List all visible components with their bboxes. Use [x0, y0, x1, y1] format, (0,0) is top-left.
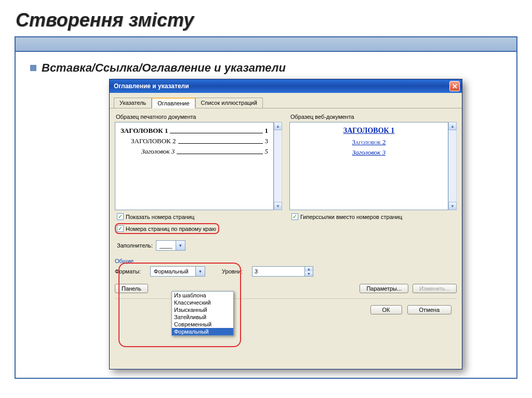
bullet-text: Вставка/Ссылка/Оглавление и указатели	[42, 61, 286, 75]
toc-print-h1: ЗАГОЛОВОК 1	[121, 127, 168, 135]
toc-print-h2-page: 3	[265, 137, 269, 145]
formats-dropdown-list[interactable]: Из шаблона Классический Изысканный Затей…	[171, 291, 234, 336]
format-option-ornate[interactable]: Затейливый	[172, 313, 233, 321]
modify-button: Изменить...	[413, 284, 457, 293]
general-label: Общие	[115, 258, 457, 264]
format-option-modern[interactable]: Современный	[172, 321, 233, 328]
chk-hyperlinks[interactable]: ✓	[291, 213, 298, 220]
print-preview: ЗАГОЛОВОК 1 1 ЗАГОЛОВОК 2 3 Заголовок 3	[115, 122, 274, 210]
toc-web-h3[interactable]: Заголовок 3	[352, 148, 385, 156]
formats-value: Формальный	[151, 268, 195, 275]
tab-index[interactable]: Указатель	[114, 98, 152, 108]
fill-dropdown-icon[interactable]: ▼	[176, 241, 185, 250]
print-scroll-up[interactable]: ▲	[274, 122, 282, 130]
formats-combo[interactable]: Формальный ▼	[150, 266, 205, 277]
toc-web-h1[interactable]: ЗАГОЛОВОК 1	[343, 127, 394, 134]
chk-show-pages[interactable]: ✓	[117, 213, 124, 220]
chk-right-align[interactable]: ✓	[117, 225, 124, 232]
bullet-row: Вставка/Ссылка/Оглавление и указатели	[30, 61, 516, 75]
format-option-formal[interactable]: Формальный	[172, 328, 233, 335]
format-option-fancy[interactable]: Изысканный	[172, 306, 233, 313]
toc-print-h2: ЗАГОЛОВОК 2	[131, 137, 176, 145]
levels-up-icon[interactable]: ▲	[304, 267, 313, 271]
cancel-button[interactable]: Отмена	[407, 305, 451, 314]
tab-toc[interactable]: Оглавление	[152, 98, 195, 108]
format-option-classic[interactable]: Классический	[172, 299, 233, 306]
tabstrip: Указатель Оглавление Список иллюстраций	[110, 93, 462, 108]
web-preview-label: Образец веб-документа	[290, 114, 457, 120]
slide-frame: Вставка/Ссылка/Оглавление и указатели Ог…	[15, 36, 517, 379]
slide-title: Створення змісту	[16, 9, 532, 31]
formats-label: Форматы:	[115, 268, 141, 275]
frame-topbar	[16, 37, 516, 52]
panel-button[interactable]: Панель	[115, 284, 148, 293]
formats-dropdown-icon[interactable]: ▼	[195, 267, 205, 276]
fill-combo[interactable]: ____ ▼	[156, 240, 185, 251]
dialog-title: Оглавление и указатели	[114, 83, 449, 90]
print-scroll-down[interactable]: ▼	[274, 202, 282, 210]
format-option-template[interactable]: Из шаблона	[172, 292, 233, 299]
toc-print-h3: Заголовок 3	[141, 147, 175, 156]
levels-label: Уровни:	[222, 268, 243, 275]
toc-dialog: Оглавление и указатели ✕ Указатель Оглав…	[109, 79, 462, 369]
toc-print-h3-page: 5	[265, 147, 269, 156]
levels-spinner[interactable]: 3 ▲ ▼	[252, 266, 313, 277]
fill-value: ____	[156, 242, 175, 249]
print-scroll-track[interactable]	[274, 130, 282, 202]
web-preview: ЗАГОЛОВОК 1 Заголовок 2 Заголовок 3	[289, 122, 448, 210]
bullet-icon	[30, 65, 36, 71]
web-scroll-up[interactable]: ▲	[448, 122, 457, 130]
toc-print-h1-page: 1	[265, 127, 269, 135]
params-button[interactable]: Параметры...	[360, 284, 408, 293]
close-button[interactable]: ✕	[449, 81, 460, 91]
chk-show-pages-label: Показать номера страниц	[126, 214, 194, 220]
fill-label: Заполнитель:	[117, 242, 153, 249]
chk-hyperlinks-label: Гиперссылки вместо номеров страниц	[300, 214, 402, 220]
web-scroll-track[interactable]	[448, 130, 457, 202]
levels-down-icon[interactable]: ▼	[304, 271, 313, 276]
levels-value: 3	[252, 267, 304, 276]
tab-illustrations[interactable]: Список иллюстраций	[195, 98, 263, 108]
dialog-titlebar[interactable]: Оглавление и указатели ✕	[110, 79, 462, 93]
toc-web-h2[interactable]: Заголовок 2	[352, 138, 386, 146]
chk-right-align-label: Номера страниц по правому краю	[126, 226, 216, 232]
print-preview-label: Образец печатного документа	[116, 114, 282, 120]
web-scroll-down[interactable]: ▼	[448, 202, 457, 210]
ok-button[interactable]: ОК	[370, 305, 402, 314]
